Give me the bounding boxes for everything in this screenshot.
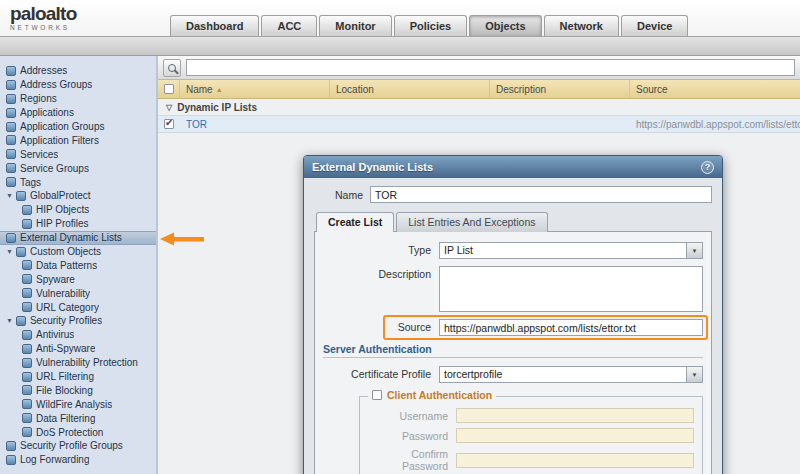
- sidebar-item-services[interactable]: Services: [0, 147, 156, 161]
- sidebar-item-applications[interactable]: Applications: [0, 106, 156, 120]
- sidebar-item-addresses[interactable]: Addresses: [0, 64, 156, 78]
- dos-protection-icon: [22, 427, 32, 437]
- tab-acc[interactable]: ACC: [261, 15, 317, 36]
- data-filtering-icon: [22, 413, 32, 423]
- sidebar-item-url-category[interactable]: URL Category: [0, 300, 156, 314]
- description-field[interactable]: [439, 266, 703, 312]
- description-field-label: Description: [323, 266, 439, 283]
- column-header-source[interactable]: Source: [630, 80, 800, 98]
- row-source-cell: https://panwdbl.appspot.com/lists/ettor.…: [630, 119, 800, 130]
- certificate-profile-dropdown[interactable]: torcertprofile ▼: [439, 366, 703, 383]
- service-groups-icon: [6, 163, 16, 173]
- sidebar-item-security-profile-groups[interactable]: Security Profile Groups: [0, 439, 156, 453]
- logo-primary-text: paloalto: [10, 4, 76, 23]
- url-filtering-icon: [22, 372, 32, 382]
- certificate-profile-value: torcertprofile: [440, 367, 686, 382]
- sidebar-item-globalprotect[interactable]: ▼GlobalProtect: [0, 189, 156, 203]
- type-dropdown-value: IP List: [440, 243, 686, 258]
- tab-create-list[interactable]: Create List: [316, 212, 394, 232]
- source-field[interactable]: [439, 319, 703, 336]
- username-field-disabled: [456, 408, 694, 423]
- dialog-body: Name Create List List Entries And Except…: [304, 178, 722, 474]
- sidebar-item-regions[interactable]: Regions: [0, 92, 156, 106]
- table-row[interactable]: TOR https://panwdbl.appspot.com/lists/et…: [158, 116, 800, 133]
- tab-dashboard[interactable]: Dashboard: [170, 15, 259, 36]
- row-checkbox[interactable]: [164, 119, 174, 129]
- sidebar-item-hip-profiles[interactable]: HIP Profiles: [0, 217, 156, 231]
- sidebar-item-security-profiles[interactable]: ▼Security Profiles: [0, 314, 156, 328]
- sidebar-item-label: Application Filters: [20, 135, 99, 146]
- password-label: Password: [368, 430, 456, 442]
- sidebar-item-label: GlobalProtect: [30, 190, 91, 201]
- content-area: Name ▲ Location Description Source ▽ Dyn…: [158, 56, 800, 474]
- sidebar-item-data-patterns[interactable]: Data Patterns: [0, 258, 156, 272]
- server-authentication-section-header: Server Authentication: [323, 343, 703, 358]
- tab-list-entries-and-exceptions[interactable]: List Entries And Exceptions: [396, 212, 547, 232]
- sidebar-item-label: Regions: [20, 93, 57, 104]
- main-tabbar: DashboardACCMonitorPoliciesObjectsNetwor…: [170, 15, 688, 36]
- sidebar-item-log-forwarding[interactable]: Log Forwarding: [0, 453, 156, 467]
- applications-icon: [6, 108, 16, 118]
- sidebar-item-dos-protection[interactable]: DoS Protection: [0, 425, 156, 439]
- sidebar-item-spyware[interactable]: Spyware: [0, 272, 156, 286]
- dialog-titlebar[interactable]: External Dynamic Lists ?: [304, 156, 722, 178]
- tab-device[interactable]: Device: [621, 15, 688, 36]
- sidebar-item-wildfire-analysis[interactable]: WildFire Analysis: [0, 397, 156, 411]
- sidebar-item-tags[interactable]: Tags: [0, 175, 156, 189]
- sidebar-item-external-dynamic-lists[interactable]: External Dynamic Lists: [0, 231, 156, 245]
- sidebar-item-service-groups[interactable]: Service Groups: [0, 161, 156, 175]
- sidebar-item-hip-objects[interactable]: HIP Objects: [0, 203, 156, 217]
- sidebar-item-label: Data Filtering: [36, 413, 95, 424]
- sidebar-item-anti-spyware[interactable]: Anti-Spyware: [0, 342, 156, 356]
- tab-objects[interactable]: Objects: [469, 15, 541, 36]
- sidebar-item-vulnerability-protection[interactable]: Vulnerability Protection: [0, 356, 156, 370]
- tab-policies[interactable]: Policies: [394, 15, 468, 36]
- client-authentication-checkbox[interactable]: [372, 390, 382, 400]
- sidebar-item-data-filtering[interactable]: Data Filtering: [0, 411, 156, 425]
- table-group-row[interactable]: ▽ Dynamic IP Lists: [158, 99, 800, 116]
- object-sidebar: AddressesAddress GroupsRegionsApplicatio…: [0, 56, 158, 474]
- column-header-name[interactable]: Name ▲: [180, 80, 330, 98]
- addresses-icon: [6, 66, 16, 76]
- tab-monitor[interactable]: Monitor: [319, 15, 391, 36]
- type-field-label: Type: [323, 242, 439, 259]
- vulnerability-icon: [22, 288, 32, 298]
- client-authentication-group: Client Authentication Username Password: [359, 396, 703, 474]
- dialog-tabbar: Create List List Entries And Exceptions: [314, 212, 712, 232]
- group-collapse-icon[interactable]: ▽: [166, 103, 172, 112]
- sidebar-item-label: Antivirus: [36, 329, 74, 340]
- tab-network[interactable]: Network: [544, 15, 619, 36]
- column-header-description[interactable]: Description: [490, 80, 630, 98]
- sidebar-item-vulnerability[interactable]: Vulnerability: [0, 286, 156, 300]
- column-header-location[interactable]: Location: [330, 80, 490, 98]
- search-button[interactable]: [163, 59, 181, 77]
- sidebar-item-url-filtering[interactable]: URL Filtering: [0, 370, 156, 384]
- sidebar-item-application-groups[interactable]: Application Groups: [0, 120, 156, 134]
- help-button[interactable]: ?: [701, 161, 714, 174]
- sidebar-item-label: Addresses: [20, 65, 67, 76]
- type-field-row: Type IP List ▼: [323, 242, 703, 259]
- sidebar-item-label: Security Profile Groups: [20, 440, 123, 451]
- row-name-link[interactable]: TOR: [180, 119, 330, 130]
- search-input[interactable]: [186, 59, 795, 76]
- tree-expand-icon[interactable]: ▼: [6, 248, 13, 255]
- sidebar-item-label: Applications: [20, 107, 74, 118]
- name-field[interactable]: [370, 186, 712, 203]
- type-dropdown[interactable]: IP List ▼: [439, 242, 703, 259]
- log-forwarding-icon: [6, 455, 16, 465]
- sidebar-item-custom-objects[interactable]: ▼Custom Objects: [0, 245, 156, 259]
- sidebar-item-file-blocking[interactable]: File Blocking: [0, 383, 156, 397]
- name-field-label: Name: [314, 189, 370, 201]
- tree-expand-icon[interactable]: ▼: [6, 317, 13, 324]
- sidebar-item-application-filters[interactable]: Application Filters: [0, 133, 156, 147]
- file-blocking-icon: [22, 385, 32, 395]
- select-all-checkbox[interactable]: [164, 84, 174, 94]
- edl-dialog: External Dynamic Lists ? Name Create Lis…: [303, 155, 723, 474]
- custom-objects-icon: [16, 247, 26, 257]
- url-category-icon: [22, 302, 32, 312]
- tree-expand-icon[interactable]: ▼: [6, 192, 13, 199]
- column-header-label: Description: [496, 84, 546, 95]
- sidebar-item-address-groups[interactable]: Address Groups: [0, 78, 156, 92]
- search-icon: [168, 64, 176, 72]
- sidebar-item-antivirus[interactable]: Antivirus: [0, 328, 156, 342]
